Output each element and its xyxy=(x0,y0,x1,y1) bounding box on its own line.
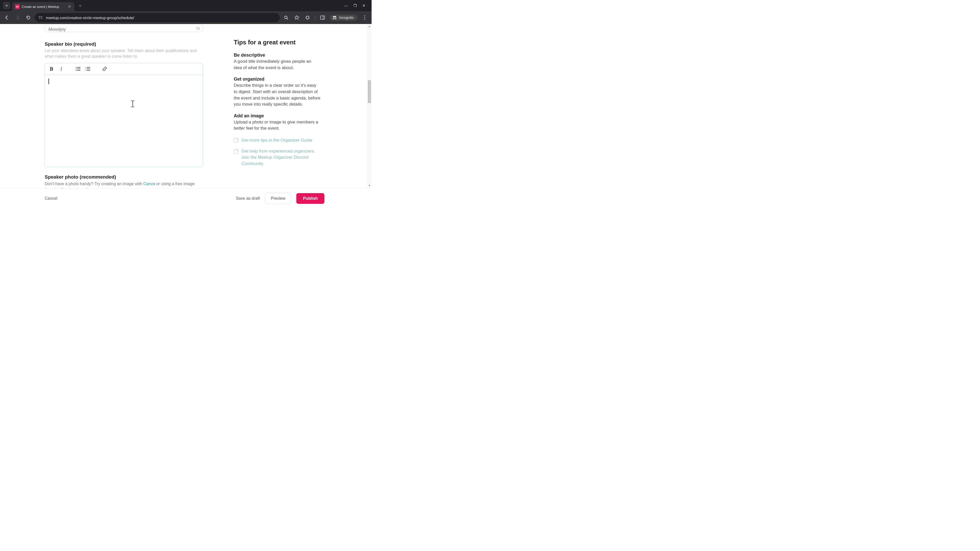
incognito-icon xyxy=(332,16,337,20)
new-tab-button[interactable]: ＋ xyxy=(78,3,83,9)
tab-title: Create an event | Meetup xyxy=(22,5,66,9)
link-button[interactable] xyxy=(100,64,109,73)
external-link-icon xyxy=(234,138,239,143)
svg-point-12 xyxy=(76,67,76,68)
svg-point-8 xyxy=(335,18,336,19)
numbered-list-button[interactable]: 123 xyxy=(83,64,92,73)
canva-link[interactable]: Canva xyxy=(143,182,155,186)
tip-body: A good title immediately gives people an… xyxy=(234,59,321,71)
browser-toolbar: meetup.com/creative-circle-meetup-group/… xyxy=(0,11,372,24)
svg-text:3: 3 xyxy=(85,70,86,71)
svg-point-2 xyxy=(41,17,42,19)
svg-rect-23 xyxy=(87,70,90,71)
event-title-input[interactable]: Moodjoy 73 xyxy=(45,24,203,32)
tip-title: Add an image xyxy=(234,113,321,119)
browser-tab-strip: m Create an event | Meetup ✕ ＋ ― ❐ ✕ xyxy=(0,0,372,11)
svg-point-7 xyxy=(333,18,334,19)
char-remaining: 73 xyxy=(196,27,200,30)
discord-community-link[interactable]: Get help from experienced organizers. Jo… xyxy=(234,148,321,167)
incognito-badge[interactable]: Incognito xyxy=(330,14,357,21)
save-draft-button[interactable]: Save as draft xyxy=(236,196,260,201)
address-bar[interactable]: meetup.com/creative-circle-meetup-group/… xyxy=(35,13,280,22)
back-button[interactable] xyxy=(3,13,11,22)
organizer-guide-link[interactable]: Get more tips in the Organizer Guide xyxy=(234,137,321,144)
tip-title: Get organized xyxy=(234,76,321,82)
tip-title: Be descriptive xyxy=(234,52,321,58)
page-content: Moodjoy 73 Speaker bio (required) Let yo… xyxy=(0,24,372,208)
url-text: meetup.com/creative-circle-meetup-group/… xyxy=(46,16,134,20)
speaker-photo-label: Speaker photo (recommended) xyxy=(45,174,203,180)
cancel-button[interactable]: Cancel xyxy=(45,196,57,200)
reload-button[interactable] xyxy=(24,13,33,22)
site-settings-icon[interactable] xyxy=(38,16,43,20)
svg-point-0 xyxy=(39,16,40,17)
publish-button[interactable]: Publish xyxy=(296,193,325,204)
scrollbar[interactable]: ▲ ▼ xyxy=(367,24,372,188)
extensions-icon[interactable] xyxy=(303,13,312,22)
svg-point-16 xyxy=(76,70,76,71)
meetup-favicon: m xyxy=(15,4,20,9)
svg-point-11 xyxy=(364,19,365,20)
preview-button[interactable]: Preview xyxy=(265,193,291,204)
link-text: Get more tips in the Organizer Guide xyxy=(242,137,312,144)
side-panel-icon[interactable] xyxy=(318,13,327,22)
bullet-list-button[interactable] xyxy=(73,64,83,73)
svg-point-4 xyxy=(285,16,287,19)
speaker-bio-help: Let your attendees know about your speak… xyxy=(45,48,203,59)
svg-point-14 xyxy=(76,68,76,69)
tip-body: Upload a photo or image to give members … xyxy=(234,119,321,132)
browser-tab[interactable]: m Create an event | Meetup ✕ xyxy=(12,2,74,11)
tips-sidebar: Tips for a great event Be descriptive A … xyxy=(234,39,321,171)
svg-point-9 xyxy=(364,15,365,16)
close-tab-icon[interactable]: ✕ xyxy=(68,4,71,9)
search-icon[interactable] xyxy=(282,13,290,22)
tabs-dropdown-button[interactable] xyxy=(3,2,10,9)
scroll-down-icon[interactable]: ▼ xyxy=(367,183,372,188)
svg-point-10 xyxy=(364,17,365,18)
svg-rect-1 xyxy=(40,16,42,17)
svg-rect-3 xyxy=(39,18,41,18)
external-link-icon xyxy=(234,149,239,154)
svg-rect-19 xyxy=(87,67,90,68)
footer-actions: Cancel Save as draft Preview Publish xyxy=(0,188,372,208)
bold-button[interactable]: B xyxy=(47,64,56,73)
photo-help-1: Don't have a photo handy? Try creating a… xyxy=(45,182,143,186)
editor-toolbar: B I 123 xyxy=(45,63,203,75)
svg-rect-13 xyxy=(77,67,80,68)
scroll-thumb[interactable] xyxy=(368,80,371,103)
tip-body: Describe things in a clear order so it's… xyxy=(234,83,321,108)
svg-rect-21 xyxy=(87,68,90,69)
minimize-icon[interactable]: ― xyxy=(344,3,348,8)
speaker-bio-label: Speaker bio (required) xyxy=(45,41,203,47)
tip-item: Get organized Describe things in a clear… xyxy=(234,76,321,108)
tips-heading: Tips for a great event xyxy=(234,39,321,46)
link-text: Get help from experienced organizers. Jo… xyxy=(242,148,321,167)
speaker-bio-editor: B I 123 xyxy=(45,63,203,167)
italic-button[interactable]: I xyxy=(57,64,66,73)
svg-rect-5 xyxy=(321,16,325,19)
tip-item: Be descriptive A good title immediately … xyxy=(234,52,321,71)
forward-button[interactable] xyxy=(13,13,22,22)
scroll-up-icon[interactable]: ▲ xyxy=(367,24,372,28)
bookmark-star-icon[interactable] xyxy=(293,13,301,22)
close-window-icon[interactable]: ✕ xyxy=(363,3,366,8)
editor-textarea[interactable] xyxy=(45,75,203,167)
text-caret xyxy=(48,79,49,84)
event-title-value: Moodjoy xyxy=(48,27,66,32)
maximize-icon[interactable]: ❐ xyxy=(353,3,357,8)
text-cursor-icon xyxy=(130,100,135,108)
svg-rect-17 xyxy=(77,70,80,71)
chrome-menu-icon[interactable] xyxy=(360,13,369,22)
incognito-label: Incognito xyxy=(339,16,354,20)
svg-rect-15 xyxy=(77,68,80,69)
tip-item: Add an image Upload a photo or image to … xyxy=(234,113,321,132)
